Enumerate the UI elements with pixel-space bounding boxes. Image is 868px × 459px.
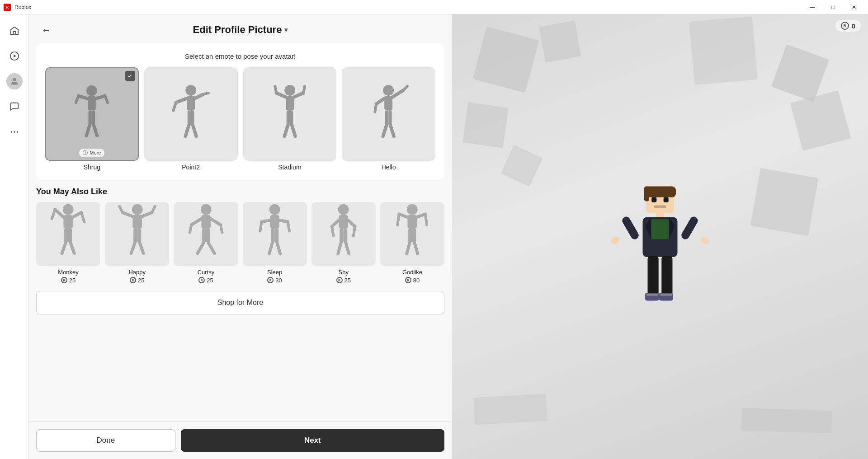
svg-rect-94 <box>344 229 348 243</box>
robux-icon: R <box>61 277 67 283</box>
title-text: Edit Profile Picture <box>193 24 282 36</box>
suggestion-card-shy[interactable]: Shy R 25 <box>311 202 376 284</box>
svg-rect-78 <box>270 215 279 229</box>
more-dots-icon <box>9 127 19 137</box>
sidebar-item-discover[interactable] <box>4 45 25 67</box>
svg-line-50 <box>52 209 55 218</box>
app-logo: R <box>4 4 11 11</box>
svg-line-90 <box>332 226 333 235</box>
emote-more-badge: ⓘ More <box>79 149 104 157</box>
svg-line-56 <box>71 243 75 253</box>
svg-point-67 <box>200 204 211 215</box>
price-value-curtsy: 25 <box>207 277 213 284</box>
page-title: Edit Profile Picture ▾ <box>54 24 426 36</box>
suggestion-card-godlike[interactable]: Godlike R 80 <box>380 202 444 284</box>
shy-silhouette <box>324 203 363 265</box>
svg-line-76 <box>208 243 215 253</box>
titlebar-controls: — □ ✕ <box>802 0 864 14</box>
robux-icon-4: R <box>267 277 274 283</box>
curtsy-silhouette <box>187 203 225 265</box>
selected-check-icon: ✓ <box>125 71 135 81</box>
svg-point-7 <box>87 85 97 96</box>
suggestion-img-sleep <box>243 202 307 266</box>
svg-line-59 <box>123 212 132 216</box>
svg-rect-110 <box>651 197 656 202</box>
chevron-down-icon: ▾ <box>284 26 288 33</box>
emote-name-hello: Hello <box>382 164 396 171</box>
svg-line-91 <box>348 220 355 226</box>
svg-rect-111 <box>663 197 668 202</box>
svg-rect-122 <box>647 256 658 296</box>
svg-line-20 <box>173 103 176 111</box>
emote-card-stadium[interactable]: Stadium <box>243 67 337 171</box>
sleep-silhouette <box>255 203 294 265</box>
svg-rect-44 <box>389 111 392 126</box>
robux-icon-2: R <box>130 277 136 283</box>
godlike-silhouette <box>393 203 431 265</box>
svg-point-5 <box>14 131 15 133</box>
more-label: More <box>90 150 101 155</box>
suggestions-title: You May Also Like <box>36 187 444 197</box>
suggestion-price-sleep: R 30 <box>267 277 282 284</box>
svg-point-47 <box>63 204 74 215</box>
svg-line-41 <box>393 90 404 97</box>
emote-card-shrug[interactable]: ✓ ⓘ More Shrug <box>45 67 139 171</box>
suggestion-card-happy[interactable]: Happy R 25 <box>105 202 169 284</box>
suggestion-card-sleep[interactable]: Sleep R 30 <box>243 202 307 284</box>
svg-line-26 <box>193 126 196 136</box>
suggestion-price-curtsy: R 25 <box>198 277 213 284</box>
emote-card-hello[interactable]: Hello <box>342 67 435 171</box>
sidebar-item-home[interactable] <box>4 20 25 42</box>
emote-grid: ✓ ⓘ More Shrug <box>45 67 435 171</box>
suggestion-img-shy <box>311 202 376 266</box>
svg-rect-33 <box>286 111 289 126</box>
svg-rect-43 <box>385 111 388 126</box>
robux-icon-3: R <box>198 277 205 283</box>
bg-block-5 <box>462 102 509 148</box>
next-button[interactable]: Next <box>181 429 444 452</box>
stadium-silhouette <box>259 84 320 144</box>
svg-line-71 <box>211 219 221 225</box>
maximize-button[interactable]: □ <box>823 0 844 14</box>
svg-line-100 <box>398 214 399 225</box>
svg-line-52 <box>81 212 85 221</box>
bottom-actions: Done Next <box>29 422 452 459</box>
shop-for-more-button[interactable]: Shop for More <box>36 291 444 314</box>
close-button[interactable]: ✕ <box>844 0 864 14</box>
price-value-monkey: 25 <box>69 277 75 284</box>
svg-line-60 <box>119 206 123 212</box>
svg-line-75 <box>198 243 204 253</box>
svg-line-46 <box>391 126 394 136</box>
emote-card-point2[interactable]: Point2 <box>144 67 238 171</box>
avatar-preview-svg <box>610 178 710 368</box>
back-button[interactable]: ← <box>38 22 54 38</box>
svg-line-95 <box>338 243 341 253</box>
suggestion-name-monkey: Monkey <box>58 269 79 276</box>
svg-rect-118 <box>621 215 640 240</box>
emote-name-shrug: Shrug <box>84 164 100 171</box>
sidebar-item-more[interactable] <box>4 121 25 143</box>
suggestion-card-monkey[interactable]: Monkey R 25 <box>36 202 100 284</box>
svg-line-51 <box>73 212 81 217</box>
svg-rect-54 <box>68 229 72 243</box>
suggestion-name-shy: Shy <box>339 269 349 276</box>
svg-rect-115 <box>651 219 669 239</box>
svg-line-16 <box>94 125 97 136</box>
sidebar-item-avatar[interactable] <box>4 70 25 92</box>
minimize-button[interactable]: — <box>802 0 823 14</box>
svg-rect-13 <box>89 111 92 125</box>
done-button[interactable]: Done <box>36 429 175 452</box>
svg-line-32 <box>303 86 305 93</box>
left-panel: ← Edit Profile Picture ▾ Select an emote… <box>29 14 452 459</box>
svg-line-15 <box>87 125 90 136</box>
sidebar-item-chat[interactable] <box>4 96 25 117</box>
suggestion-card-curtsy[interactable]: Curtsy R 25 <box>174 202 238 284</box>
happy-silhouette <box>118 203 156 265</box>
svg-line-42 <box>403 86 407 90</box>
svg-rect-23 <box>188 111 191 126</box>
svg-line-12 <box>105 96 108 103</box>
svg-line-30 <box>275 86 276 93</box>
svg-line-80 <box>260 222 261 231</box>
svg-rect-74 <box>206 229 210 243</box>
svg-rect-83 <box>271 229 275 243</box>
